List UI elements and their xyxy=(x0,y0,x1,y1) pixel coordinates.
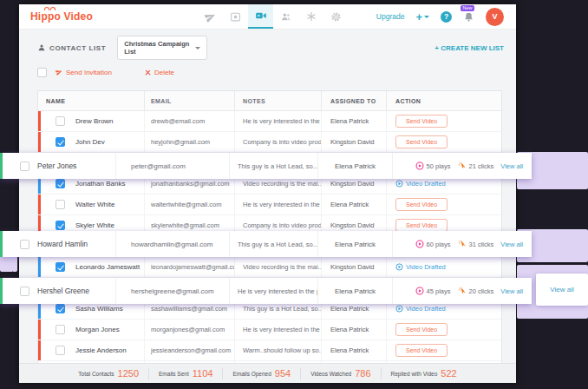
row-checkbox[interactable] xyxy=(56,116,65,126)
plays-metric: 60 plays xyxy=(415,240,451,248)
view-all-link[interactable]: View all xyxy=(500,287,523,295)
nav-paper-plane-tab[interactable] xyxy=(198,4,223,29)
action-cell: Video Drafted xyxy=(386,257,501,277)
action-cell: Send Video xyxy=(386,132,501,152)
stat-value: 954 xyxy=(275,368,291,379)
delete-button[interactable]: Delete xyxy=(145,69,174,76)
chevron-down-icon xyxy=(195,47,200,49)
notifications-button[interactable]: New xyxy=(463,10,474,23)
name-cell: Peter Jones xyxy=(3,153,115,179)
email-cell: morganjones@gmail.com xyxy=(144,320,234,340)
contact-name: Hershel Greene xyxy=(37,287,89,295)
row-checkbox[interactable] xyxy=(56,346,65,355)
gear-icon xyxy=(330,11,342,23)
nav-users-tab[interactable] xyxy=(273,4,298,29)
navbar-right: Upgrade + ? New V xyxy=(376,4,504,29)
name-cell: Hershel Greene xyxy=(3,278,115,304)
name-cell: Howard Hamlin xyxy=(3,231,115,257)
table-header: NAMEEMAILNOTESASSIGNED TOACTION xyxy=(38,91,501,111)
email-cell: waltertwhite@gmail.com xyxy=(144,194,234,214)
create-new-list-button[interactable]: + CREATE NEW LIST xyxy=(434,44,504,52)
stat-value: 1250 xyxy=(118,368,139,379)
email-cell: heyjohn@gmail.com xyxy=(144,132,234,152)
view-all-link[interactable]: View all xyxy=(500,241,523,248)
contact-name: Jessie Anderson xyxy=(75,346,127,354)
clicks-metric: 20 clicks xyxy=(458,287,494,295)
name-cell: Drew Brown xyxy=(38,111,144,131)
chevron-down-icon xyxy=(424,16,429,18)
footer-stat: Replied with Video522 xyxy=(382,368,467,379)
row-checkbox[interactable] xyxy=(56,221,65,230)
view-all-popout[interactable]: View all xyxy=(536,274,588,306)
send-video-button[interactable]: Send Video xyxy=(395,323,448,336)
avatar[interactable]: V xyxy=(486,8,504,26)
plays-metric: 45 plays xyxy=(415,287,451,295)
assigned-cell: Elena Patrick xyxy=(321,320,386,340)
contact-name: Peter Jones xyxy=(37,162,76,170)
row-status-bar xyxy=(38,257,41,277)
stat-value: 522 xyxy=(441,368,456,379)
nav-video-camera-tab[interactable] xyxy=(248,4,273,29)
contact-name: Leonardo Jameswatt xyxy=(75,263,140,271)
row-checkbox[interactable] xyxy=(56,325,65,334)
column-header: ASSIGNED TO xyxy=(321,91,386,110)
contacts-table: NAMEEMAILNOTESASSIGNED TOACTION Drew Bro… xyxy=(37,90,502,364)
email-cell: peter@gmail.com xyxy=(115,153,229,179)
send-video-button[interactable]: Send Video xyxy=(395,135,448,148)
row-checkbox[interactable] xyxy=(20,287,29,296)
row-status-bar xyxy=(38,132,41,152)
nav-screen-record-tab[interactable] xyxy=(223,4,248,29)
stats-cell: 50 plays21 clicksView all xyxy=(392,153,532,179)
stat-label: Emails Sent xyxy=(159,371,189,377)
select-all-checkbox[interactable] xyxy=(37,68,47,77)
assigned-cell: Elena Patrick xyxy=(317,231,392,257)
send-invitation-button[interactable]: Send Invitation xyxy=(56,69,112,76)
assigned-cell: Elena Patrick xyxy=(317,153,392,179)
row-checkbox[interactable] xyxy=(56,262,65,272)
campaign-list-dropdown[interactable]: Christmas Campaign List xyxy=(117,36,207,60)
new-badge: New xyxy=(461,5,474,12)
send-video-button[interactable]: Send Video xyxy=(395,219,448,232)
video-camera-icon xyxy=(255,10,267,22)
row-checkbox[interactable] xyxy=(56,179,65,188)
row-status-bar xyxy=(38,340,41,360)
app-window: Hippo Video Upgrade + ? New V CONTACT xyxy=(19,4,516,383)
column-header: NAME xyxy=(38,91,144,110)
row-checkbox[interactable] xyxy=(20,240,29,249)
name-cell: Morgan Jones xyxy=(38,320,144,340)
nav-snowflake-tab[interactable] xyxy=(298,4,323,29)
email-cell: drewb@email.com xyxy=(144,111,234,131)
row-checkbox[interactable] xyxy=(56,200,65,209)
navbar: Hippo Video Upgrade + ? New V xyxy=(19,4,516,30)
notes-cell: Company is into video produ... xyxy=(234,132,321,152)
row-checkbox[interactable] xyxy=(20,162,29,171)
stat-label: Total Contacts xyxy=(78,371,114,377)
video-drafted-status: Video Drafted xyxy=(395,305,446,313)
help-button[interactable]: ? xyxy=(441,11,452,23)
upgrade-link[interactable]: Upgrade xyxy=(376,12,405,21)
view-all-link[interactable]: View all xyxy=(500,162,523,170)
contact-name: Sasha Williams xyxy=(75,305,123,313)
stat-label: Replied with Video xyxy=(391,371,438,377)
row-checkbox[interactable] xyxy=(56,304,65,313)
action-cell: Send Video xyxy=(386,194,501,214)
name-cell: Walter White xyxy=(38,194,144,214)
send-video-button[interactable]: Send Video xyxy=(395,198,448,211)
screen-record-icon xyxy=(230,11,241,23)
nav-gear-tab[interactable] xyxy=(323,4,349,29)
send-video-button[interactable]: Send Video xyxy=(395,115,448,128)
assigned-cell: Kingston David xyxy=(321,132,386,152)
highlighted-contact-card: Hershel Greenehershelgreene@gmail.comHe … xyxy=(0,278,532,304)
send-video-button[interactable]: Send Video xyxy=(395,344,448,357)
paper-plane-icon xyxy=(205,11,216,23)
contact-name: Skyler White xyxy=(75,221,114,229)
email-cell: leonardojameswatt@gmail.com xyxy=(144,257,234,277)
mouse-cursor-icon xyxy=(11,270,19,280)
close-icon xyxy=(145,69,151,76)
column-header: ACTION xyxy=(386,91,501,110)
row-checkbox[interactable] xyxy=(56,137,65,147)
notes-cell: Video recording is the mai... xyxy=(234,257,321,277)
action-cell: Send Video xyxy=(386,320,501,340)
quick-add-button[interactable]: + xyxy=(415,11,429,23)
clicks-metric: 21 clicks xyxy=(458,162,494,170)
